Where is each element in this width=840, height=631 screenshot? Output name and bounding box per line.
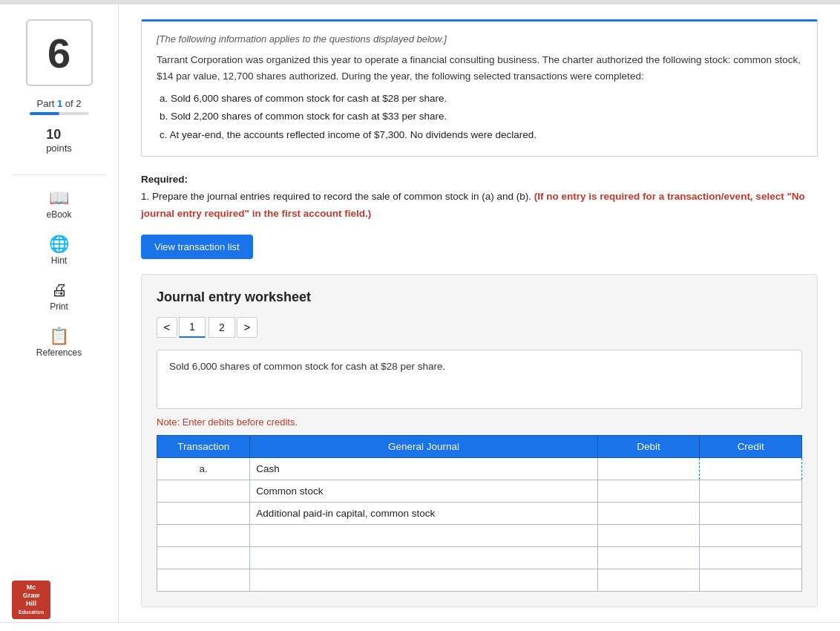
table-row	[157, 569, 802, 591]
row-2-transaction	[157, 480, 250, 502]
row-1-transaction: a.	[157, 457, 250, 480]
row-2-debit-input[interactable]	[604, 484, 694, 498]
th-general-journal: General Journal	[250, 435, 597, 457]
row-3-credit[interactable]	[700, 502, 802, 524]
required-label: Required:	[141, 174, 188, 185]
required-number: 1.	[141, 191, 149, 202]
required-instruction: Prepare the journal entries required to …	[152, 191, 531, 202]
points-section: 10 points	[46, 127, 72, 154]
table-row	[157, 546, 802, 569]
page-wrapper: 6 Part 1 of 2 10 points 📖 eBook 🌐 Hint	[0, 0, 840, 631]
sidebar: 6 Part 1 of 2 10 points 📖 eBook 🌐 Hint	[0, 4, 119, 622]
transaction-c: c. At year-end, the accounts reflected i…	[160, 126, 802, 144]
empty-row-4-account[interactable]	[256, 530, 591, 541]
part-num: 1	[57, 98, 62, 109]
row-3-account: Additional paid-in capital, common stock	[250, 502, 597, 524]
print-label: Print	[50, 301, 68, 312]
sidebar-tool-hint[interactable]: 🌐 Hint	[0, 227, 118, 273]
view-transaction-btn[interactable]: View transaction list	[141, 235, 253, 259]
tab-next-btn[interactable]: >	[237, 317, 257, 338]
empty-row-6-account[interactable]	[256, 575, 591, 586]
content-area: [The following information applies to th…	[119, 4, 840, 622]
empty-row-5-account[interactable]	[256, 552, 591, 563]
worksheet-title: Journal entry worksheet	[157, 290, 802, 305]
ebook-icon: 📖	[49, 189, 69, 208]
question-number: 6	[47, 29, 70, 77]
th-debit: Debit	[597, 435, 700, 457]
part-progress-fill	[30, 112, 59, 115]
row-3-transaction	[157, 502, 250, 524]
question-italics: [The following information applies to th…	[157, 33, 802, 45]
transaction-desc-box: Sold 6,000 shares of common stock for ca…	[157, 350, 802, 409]
required-section: Required: 1. Prepare the journal entries…	[141, 171, 818, 223]
tab-2[interactable]: 2	[209, 317, 235, 338]
question-block: [The following information applies to th…	[141, 19, 818, 157]
row-1-debit-input[interactable]	[604, 462, 694, 476]
th-transaction: Transaction	[157, 435, 250, 457]
row-3-credit-input[interactable]	[706, 506, 795, 520]
references-icon: 📋	[49, 327, 69, 346]
required-body: Required: 1. Prepare the journal entries…	[141, 171, 818, 223]
row-2-account: Common stock	[250, 480, 597, 502]
row-3-debit[interactable]	[597, 502, 700, 524]
th-credit: Credit	[700, 435, 802, 457]
part-progress-bar	[30, 112, 89, 115]
part-of: 2	[76, 98, 81, 109]
transaction-b: b. Sold 2,200 shares of common stock for…	[160, 108, 802, 125]
row-1-credit[interactable]	[700, 457, 802, 480]
table-row: a. Cash	[157, 457, 802, 480]
tab-nav: < 1 2 >	[157, 317, 802, 338]
question-number-box: 6	[26, 19, 93, 86]
ebook-label: eBook	[46, 209, 71, 220]
empty-row-6-credit[interactable]	[706, 573, 795, 587]
sidebar-divider-1	[12, 174, 106, 175]
empty-row-6-debit[interactable]	[604, 573, 694, 587]
journal-table: Transaction General Journal Debit Credit…	[157, 435, 802, 592]
points-label: points	[46, 143, 72, 154]
hint-label: Hint	[51, 255, 67, 266]
table-row: Common stock	[157, 480, 802, 502]
empty-row-4-debit[interactable]	[604, 529, 694, 543]
table-row: Additional paid-in capital, common stock	[157, 502, 802, 524]
transaction-a: a. Sold 6,000 shares of common stock for…	[160, 90, 802, 108]
mcgraw-hill-logo: McGrawHillEducation	[12, 581, 50, 619]
tab-1[interactable]: 1	[179, 317, 206, 338]
print-icon: 🖨	[51, 281, 68, 300]
journal-worksheet-box: Journal entry worksheet < 1 2 > Sold 6,0…	[141, 274, 818, 607]
tab-prev-btn[interactable]: <	[157, 317, 177, 338]
row-1-credit-input[interactable]	[706, 462, 795, 476]
hint-icon: 🌐	[49, 235, 69, 254]
sidebar-tool-references[interactable]: 📋 References	[0, 319, 118, 365]
row-3-debit-input[interactable]	[604, 506, 694, 520]
empty-row-5-debit[interactable]	[604, 551, 694, 565]
row-1-debit[interactable]	[597, 457, 700, 480]
note-text: Note: Enter debits before credits.	[157, 416, 802, 428]
question-body: Tarrant Corporation was organized this y…	[157, 52, 802, 84]
row-2-debit[interactable]	[597, 480, 700, 502]
table-row	[157, 524, 802, 546]
empty-row-4-credit[interactable]	[706, 529, 795, 543]
main-content: 6 Part 1 of 2 10 points 📖 eBook 🌐 Hint	[0, 4, 840, 622]
bottom-nav: ‹ Prev 6 7 of 8 ⊞ Next ›	[0, 622, 840, 631]
row-1-account: Cash	[250, 457, 597, 480]
empty-row-5-credit[interactable]	[706, 551, 795, 565]
sidebar-tool-print[interactable]: 🖨 Print	[0, 273, 118, 319]
transaction-list: a. Sold 6,000 shares of common stock for…	[157, 90, 802, 144]
row-2-credit-input[interactable]	[706, 484, 795, 498]
references-label: References	[36, 347, 82, 358]
sidebar-tool-ebook[interactable]: 📖 eBook	[0, 181, 118, 227]
row-2-credit[interactable]	[700, 480, 802, 502]
part-indicator: Part 1 of 2	[36, 98, 81, 109]
points-value: 10	[46, 127, 72, 143]
